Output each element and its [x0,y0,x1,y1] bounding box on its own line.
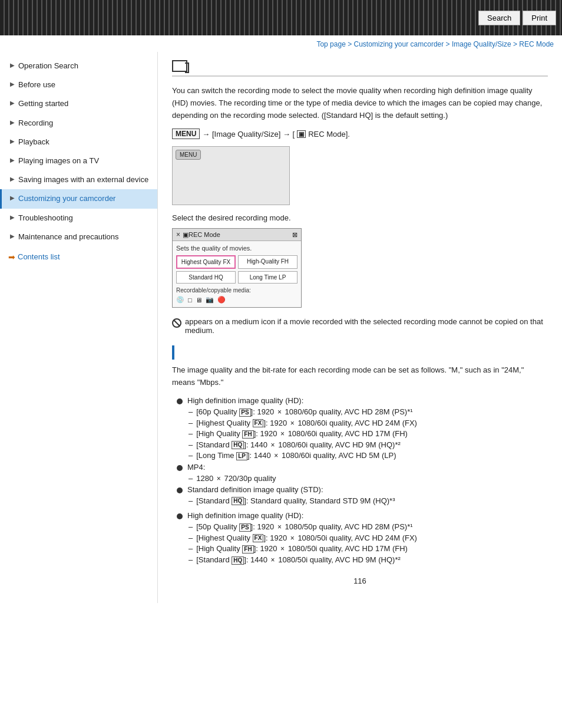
dialog-expand-icon[interactable]: ⊠ [292,231,297,239]
lp-badge: LP [236,452,247,460]
breadcrumb-top-page[interactable]: Top page [316,40,345,48]
arrow-icon-operation-search: ▶ [10,62,15,68]
arrow-icon-troubleshooting: ▶ [10,214,15,220]
mp4-label: MP4: [187,463,205,472]
fh-badge: FH [242,430,253,439]
media-icon-disc: 💿 [176,296,184,304]
hd-sub-item-50-fx: – [Highest Quality FX]: 1920 × 1080/50i … [189,533,548,543]
rec-mode-btn-standard[interactable]: Standard HQ [176,271,236,284]
select-text: Select the desired recording mode. [172,213,548,222]
sidebar-item-recording[interactable]: ▶ Recording [0,114,157,133]
main-content: You can switch the recording mode to sel… [158,52,562,603]
section-blue-bar-icon [172,345,174,360]
menu-arrow-text: → [Image Quality/Size] → [ [202,130,295,139]
hd-sub-item-50p: – [50p Quality PS]: 1920 × 1080/50p qual… [189,522,548,532]
sidebar-contents-list[interactable]: ➡ Contents list [0,246,157,268]
rec-mode-media-icons: 💿 □ 🖥 📷 🔴 [176,296,297,304]
breadcrumb-sep3: > [511,40,520,48]
breadcrumb-customizing[interactable]: Customizing your camcorder [354,40,444,48]
sidebar-item-before-use[interactable]: ▶ Before use [0,75,157,94]
note-text: appears on a medium icon if a movie reco… [185,317,548,335]
page-number: 116 [172,577,548,585]
sidebar-label-troubleshooting: Troubleshooting [18,213,151,223]
sidebar-item-troubleshooting[interactable]: ▶ Troubleshooting [0,209,157,228]
breadcrumb-image-quality[interactable]: Image Quality/Size [452,40,511,48]
fx-badge-50: FX [253,534,264,542]
rec-mode-dialog: × ▣REC Mode ⊠ Sets the quality of movies… [172,228,302,308]
body-text: You can switch the recording mode to sel… [172,85,548,121]
hd-sub-item-fx: – [Highest Quality FX]: 1920 × 1080/60i … [189,419,548,428]
menu-small-button: MENU [176,150,201,160]
sidebar-label-recording: Recording [18,118,151,129]
dash-icon-4: – [189,440,193,449]
rec-mode-icon [172,60,187,72]
hd-label: High definition image quality (HD): [187,396,303,405]
hd-bullet-item: High definition image quality (HD): [172,396,548,405]
sidebar-label-maintenance: Maintenance and precautions [18,232,151,242]
hd-lp-text: [Long Time LP]: 1440 × 1080/60i quality,… [196,451,396,460]
sidebar-item-operation-search[interactable]: ▶ Operation Search [0,57,157,75]
hd-sub-item-fh: – [High Quality FH]: 1920 × 1080/60i qua… [189,429,548,439]
sidebar-label-customizing: Customizing your camcorder [18,193,151,204]
contents-arrow-icon: ➡ [8,252,15,262]
rec-mode-badge: ▣ [297,130,306,138]
arrow-icon-customizing: ▶ [10,195,15,201]
sidebar-item-getting-started[interactable]: ▶ Getting started [0,94,157,113]
rec-mode-dialog-title: ▣REC Mode [183,231,220,239]
sidebar-item-playing-images[interactable]: ▶ Playing images on a TV [0,151,157,170]
mp4-bullet-dot [177,465,183,471]
breadcrumb-rec-mode: REC Mode [519,40,554,48]
hd-bullet-dot [177,398,183,404]
std-item-text: [Standard HQ]: Standard quality, Standar… [196,496,395,506]
rec-mode-btn-long[interactable]: Long Time LP [238,271,297,284]
sidebar-item-maintenance[interactable]: ▶ Maintenance and precautions [0,228,157,246]
section2-title-row [172,345,548,360]
dialog-close-icon[interactable]: × [176,230,180,239]
rec-mode-desc: Sets the quality of movies. [176,245,297,252]
circle-slash-icon [172,318,181,328]
std-sub-list: – [Standard HQ]: Standard quality, Stand… [189,496,548,506]
dash-icon-50p: – [189,522,193,531]
arrow-icon-saving-images: ▶ [10,176,15,182]
std-bullet-item: Standard definition image quality (STD): [172,485,548,494]
dash-icon-50-hq: – [189,555,193,564]
menu-screenshot: MENU [172,146,290,205]
hd-fh-text: [High Quality FH]: 1920 × 1080/60i quali… [196,429,408,439]
media-icon-card: 📷 [206,296,214,304]
rec-mode-btn-highest[interactable]: Highest Quality FX [176,255,236,269]
hd-bullet-section: High definition image quality (HD): – [6… [172,396,548,505]
hd-sub-item-50-hq: – [Standard HQ]: 1440 × 1080/50i quality… [189,555,548,565]
hd-50p-text: [50p Quality PS]: 1920 × 1080/50p qualit… [196,522,412,532]
sidebar-label-operation-search: Operation Search [18,61,151,71]
hd-50-hq-text: [Standard HQ]: 1440 × 1080/50i quality, … [196,555,401,565]
arrow-icon-getting-started: ▶ [10,100,15,106]
arrow-icon-playing-images: ▶ [10,157,15,163]
contents-list-label: Contents list [18,252,60,261]
search-button[interactable]: Search [478,11,520,25]
sidebar-label-saving-images: Saving images with an external device [18,174,151,185]
hd-50-fx-text: [Highest Quality FX]: 1920 × 1080/50i qu… [196,533,417,543]
mp4-item-text: 1280 × 720/30p quality [196,474,276,483]
sidebar-label-playback: Playback [18,137,151,147]
main-layout: ▶ Operation Search ▶ Before use ▶ Gettin… [0,52,562,603]
rec-mode-btn-high[interactable]: High-Quality FH [238,255,297,269]
rec-mode-media-label: Recordable/copyable media: [176,287,297,294]
dash-icon-50-fh: – [189,544,193,553]
sidebar-item-customizing[interactable]: ▶ Customizing your camcorder [0,189,157,208]
dash-icon-2: – [189,419,193,427]
hd-sub-list-50: – [50p Quality PS]: 1920 × 1080/50p qual… [189,522,548,564]
hq-badge: HQ [232,441,244,449]
arrow-icon-maintenance: ▶ [10,233,15,239]
mp4-sub-item: – 1280 × 720/30p quality [189,474,548,483]
print-button[interactable]: Print [523,11,556,25]
rec-mode-title-left: × ▣REC Mode [176,230,220,239]
sidebar-item-saving-images[interactable]: ▶ Saving images with an external device [0,170,157,189]
hd-50-fh-text: [High Quality FH]: 1920 × 1080/50i quali… [196,544,408,554]
hd-hq-text: [Standard HQ]: 1440 × 1080/60i quality, … [196,440,401,450]
hd2-label: High definition image quality (HD): [187,511,303,520]
section2-body-text: The image quality and the bit-rate for e… [172,364,548,389]
note-line: appears on a medium icon if a movie reco… [172,317,548,335]
sidebar-item-playback[interactable]: ▶ Playback [0,133,157,151]
hd-sub-item-50-fh: – [High Quality FH]: 1920 × 1080/50i qua… [189,544,548,554]
breadcrumb-sep1: > [346,40,354,48]
